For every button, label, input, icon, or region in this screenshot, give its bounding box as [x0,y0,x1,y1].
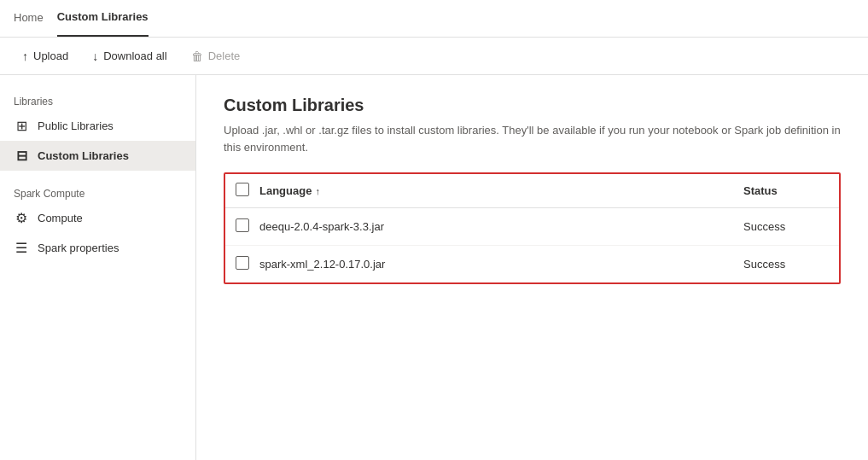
sidebar: Libraries ⊞ Public Libraries ⊟ Custom Li… [0,75,196,460]
sidebar-item-compute[interactable]: ⚙ Compute [0,203,195,233]
toolbar: ↑ Upload ↓ Download all 🗑 Delete [0,38,868,75]
column-header-language[interactable]: Language ↑ [259,184,743,197]
delete-button[interactable]: 🗑 Delete [183,44,249,68]
sidebar-item-custom-libraries[interactable]: ⊟ Custom Libraries [0,141,195,171]
table-header: Language ↑ Status [225,174,839,208]
download-all-label: Download all [103,49,166,62]
sidebar-item-compute-label: Compute [38,212,83,224]
download-icon: ↓ [92,49,98,63]
libraries-table: Language ↑ Status deequ-2.0.4-spark-3.3.… [224,172,841,284]
column-header-status: Status [743,184,829,197]
row-1-name: deequ-2.0.4-spark-3.3.jar [259,220,743,233]
row-1-checkbox-col [236,218,259,235]
row-1-status: Success [743,220,829,233]
row-2-name: spark-xml_2.12-0.17.0.jar [259,258,743,271]
top-nav: Home Custom Libraries [0,0,868,38]
row-1-checkbox[interactable] [236,218,249,232]
sidebar-item-public-libraries-label: Public Libraries [38,119,114,132]
sidebar-item-spark-properties[interactable]: ☰ Spark properties [0,233,195,263]
sort-icon: ↑ [315,186,320,196]
row-2-checkbox[interactable] [236,256,249,270]
spark-compute-section-label: Spark Compute [0,181,195,203]
custom-libraries-icon: ⊟ [14,148,29,164]
compute-icon: ⚙ [14,210,29,226]
page-title: Custom Libraries [224,96,841,115]
upload-button[interactable]: ↑ Upload [14,44,77,68]
spark-properties-icon: ☰ [14,240,29,256]
nav-home[interactable]: Home [14,0,44,37]
delete-icon: 🗑 [191,49,203,63]
upload-label: Upload [33,49,68,62]
libraries-section-label: Libraries [0,89,195,111]
nav-custom-libraries[interactable]: Custom Libraries [57,0,149,37]
content-area: Custom Libraries Upload .jar, .whl or .t… [196,75,868,460]
download-all-button[interactable]: ↓ Download all [84,44,175,68]
sidebar-item-public-libraries[interactable]: ⊞ Public Libraries [0,111,195,141]
upload-icon: ↑ [22,49,28,63]
sidebar-item-spark-properties-label: Spark properties [38,242,119,254]
public-libraries-icon: ⊞ [14,118,29,134]
row-2-status: Success [743,258,829,271]
row-2-checkbox-col [236,256,259,272]
header-checkbox-col [236,183,259,199]
delete-label: Delete [208,49,241,62]
table-row: spark-xml_2.12-0.17.0.jar Success [225,246,839,282]
page-description: Upload .jar, .whl or .tar.gz files to in… [224,122,841,155]
sidebar-item-custom-libraries-label: Custom Libraries [38,149,129,162]
select-all-checkbox[interactable] [236,183,249,196]
table-row: deequ-2.0.4-spark-3.3.jar Success [225,208,839,246]
main-layout: Libraries ⊞ Public Libraries ⊟ Custom Li… [0,75,868,460]
